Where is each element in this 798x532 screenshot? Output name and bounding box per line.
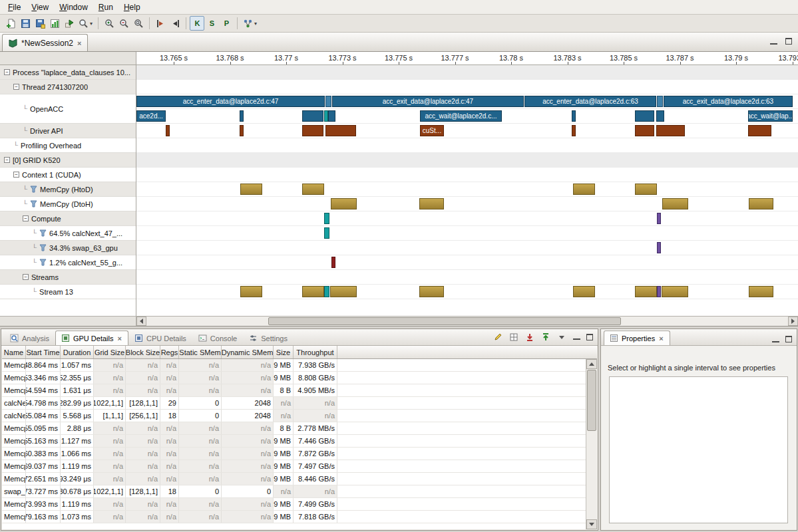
timeline-bar[interactable] (572, 110, 576, 122)
timeline-bar[interactable] (662, 286, 688, 297)
save-button[interactable] (18, 16, 33, 31)
zoom-fit-button[interactable] (131, 16, 146, 31)
timeline-tree-row[interactable]: −Thread 2741307200 (0, 80, 136, 94)
hscrollbar-track[interactable] (146, 317, 788, 326)
timeline-bar[interactable] (635, 125, 654, 136)
tab-newsession2[interactable]: *NewSession2 × (2, 34, 88, 51)
timeline-bar[interactable] (748, 125, 771, 136)
timeline-bar[interactable] (419, 198, 444, 209)
column-header[interactable]: Name (2, 346, 26, 358)
timeline-tree-row[interactable]: −Streams (0, 270, 136, 285)
collapse-icon[interactable]: − (23, 215, 29, 221)
timeline-bar[interactable] (240, 286, 262, 297)
table-vscrollbar[interactable] (586, 359, 597, 529)
vscrollbar-track[interactable] (586, 369, 597, 519)
zoom-in-button[interactable] (102, 16, 116, 31)
timeline-tree-row[interactable]: └Profiling Overhead (0, 138, 136, 153)
timeline-bar[interactable] (324, 227, 329, 239)
export2-icon[interactable] (540, 331, 551, 342)
timeline-bar[interactable]: acc_wait@laplace2d.c... (420, 110, 502, 122)
column-header[interactable]: Size (274, 346, 294, 358)
timeline-bar[interactable]: ace2d... (136, 110, 166, 122)
save-as-button[interactable] (33, 16, 47, 31)
vscrollbar-thumb[interactable] (587, 370, 596, 431)
collapse-icon[interactable]: − (4, 69, 10, 75)
timeline-bar[interactable] (656, 125, 685, 136)
timeline-bar[interactable] (749, 198, 773, 209)
timeline-tree-row[interactable]: −[0] GRID K520 (0, 153, 136, 168)
maximize-icon[interactable] (785, 336, 792, 342)
maximize-icon[interactable] (586, 334, 593, 340)
kernel-toggle-button[interactable]: K (190, 16, 204, 31)
pencil-icon[interactable] (492, 331, 503, 342)
timeline-bar[interactable]: acc_enter_data@laplace2d.c:47 (136, 96, 325, 107)
columns-icon[interactable] (508, 331, 519, 342)
column-header[interactable]: Duration (61, 346, 94, 358)
timeline-bar[interactable] (657, 286, 661, 297)
table-row[interactable]: Memcpy155.163 ms1.127 msn/an/an/an/an/a9… (2, 435, 586, 448)
column-header[interactable]: Block Size (126, 346, 160, 358)
menu-view[interactable]: View (26, 1, 54, 14)
table-row[interactable]: Memcpy160.383 ms1.066 msn/an/an/an/an/a9… (2, 448, 586, 460)
timeline-bar[interactable]: acc_exit_data@laplace2d.c:47 (332, 96, 524, 107)
timeline-bar[interactable] (635, 184, 657, 195)
timeline-bar[interactable] (657, 96, 663, 107)
timeline-bar[interactable] (572, 125, 576, 136)
collapse-icon[interactable]: − (23, 274, 29, 280)
scroll-left-icon[interactable] (136, 317, 146, 326)
timeline-bar[interactable] (635, 110, 654, 122)
column-header[interactable]: Grid Size (94, 346, 126, 358)
menu-run[interactable]: Run (93, 1, 118, 14)
scroll-right-icon[interactable] (788, 317, 798, 326)
timeline-tree-row[interactable]: └Driver API (0, 124, 136, 138)
timeline-bar[interactable] (240, 110, 244, 122)
timeline-tree-row[interactable]: └Stream 13 (0, 285, 136, 299)
import-icon[interactable] (524, 331, 535, 342)
timeline-tree-row[interactable]: └OpenACC (0, 94, 136, 124)
timeline-bar[interactable]: acc_exit_data@laplace2d.c:63 (664, 96, 793, 107)
scroll-up-icon[interactable] (586, 359, 597, 369)
table-row[interactable]: swap_63_gpu173.727 ms230.678 μs[1022,1,1… (2, 485, 586, 498)
menu-file[interactable]: File (3, 1, 26, 14)
table-row[interactable]: Memcpy148.864 ms1.057 msn/an/an/an/an/a9… (2, 359, 586, 372)
timeline-bar[interactable] (302, 125, 323, 136)
close-icon[interactable]: × (658, 334, 664, 342)
timeline-bar[interactable] (657, 213, 661, 224)
table-row[interactable]: Memcpy172.651 ms993.249 μsn/an/an/an/an/… (2, 473, 586, 485)
next-marker-button[interactable] (168, 16, 182, 31)
table-row[interactable]: Memcpy169.037 ms1.119 msn/an/an/an/an/a9… (2, 460, 586, 473)
table-row[interactable]: calcNext_47_gpu154.798 ms282.99 μs[1022,… (2, 397, 586, 410)
search-dropdown-button[interactable]: ▾ (77, 16, 95, 31)
minimize-icon[interactable] (772, 336, 779, 342)
timeline-bar[interactable] (749, 286, 773, 297)
column-header[interactable]: Dynamic SMem (222, 346, 274, 358)
column-header[interactable]: Throughput (294, 346, 337, 358)
close-icon[interactable]: × (117, 334, 122, 342)
tab-cpu-details[interactable]: CPU Details (128, 331, 192, 345)
timeline-tree-row[interactable]: −Compute (0, 211, 136, 226)
timeline-bar[interactable] (302, 286, 324, 297)
timeline-bar[interactable] (325, 96, 331, 107)
column-header[interactable]: Static SMem (179, 346, 222, 358)
timeline-hscrollbar[interactable] (0, 316, 798, 326)
collapse-icon[interactable]: − (4, 157, 10, 163)
timeline-bar[interactable] (331, 198, 357, 209)
table-row[interactable]: Memcpy179.163 ms1.073 msn/an/an/an/an/a9… (2, 511, 586, 523)
scroll-down-icon[interactable] (586, 519, 597, 529)
timeline-bar[interactable] (302, 184, 324, 195)
timeline-bar[interactable]: cuSt... (420, 125, 444, 136)
maximize-icon[interactable] (785, 38, 792, 45)
timeline-tree-row[interactable]: └MemCpy (DtoH) (0, 197, 136, 211)
timeline-bar[interactable] (166, 125, 170, 136)
tab-console[interactable]: Console (192, 331, 243, 345)
close-icon[interactable]: × (77, 39, 82, 47)
process-toggle-button[interactable]: P (219, 16, 234, 31)
column-header[interactable]: Regs (160, 346, 179, 358)
stream-toggle-button[interactable]: S (204, 16, 219, 31)
menu-window[interactable]: Window (54, 1, 93, 14)
timeline-tree-row[interactable]: └MemCpy (HtoD) (0, 182, 136, 197)
timeline-bar[interactable] (635, 286, 657, 297)
timeline-bar[interactable] (240, 184, 262, 195)
tab-properties[interactable]: Properties × (604, 331, 670, 345)
collapse-icon[interactable]: − (13, 172, 19, 178)
